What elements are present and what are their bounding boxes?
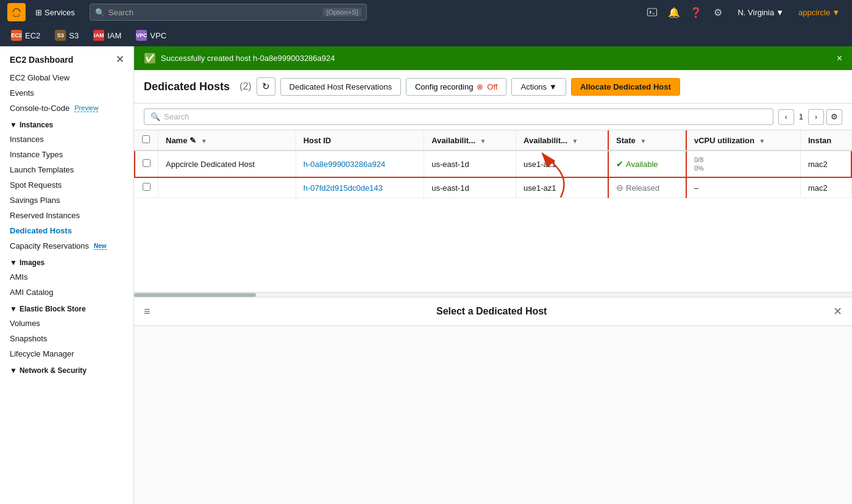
global-search[interactable]: 🔍 Search [Option+S] <box>90 4 367 21</box>
host-id-link-1[interactable]: h-0a8e999003286a924 <box>304 160 385 169</box>
table-container: Dedicated Hosts (2) ↻ Dedicated Host Res… <box>134 70 852 297</box>
row-az-2: us-east-1d <box>424 177 516 198</box>
success-message: Successfully created host h-0a8e99900328… <box>161 54 335 63</box>
table-title: Dedicated Hosts <box>144 80 230 93</box>
actions-button[interactable]: Actions ▼ <box>511 78 566 96</box>
row-az-id-1: use1-az1 <box>516 151 609 177</box>
banner-close-button[interactable]: × <box>837 53 842 64</box>
tab-s3[interactable]: S3 S3 <box>49 27 85 44</box>
row-checkbox-2[interactable] <box>143 183 151 191</box>
sidebar-item-dedicated-hosts[interactable]: Dedicated Hosts <box>0 223 133 238</box>
main-content: ✅ Successfully created host h-0a8e999003… <box>134 46 852 504</box>
panel-controls: ✕ <box>833 305 842 318</box>
panel-close-button[interactable]: ✕ <box>833 305 842 318</box>
sidebar-item-launch-templates[interactable]: Launch Templates <box>0 162 133 177</box>
bottom-panel-content <box>134 326 852 504</box>
allocate-host-button[interactable]: Allocate Dedicated Host <box>571 78 680 96</box>
sidebar-item-volumes[interactable]: Volumes <box>0 316 133 331</box>
top-navigation: ⊞ Services 🔍 Search [Option+S] 🔔 ❓ ⚙ N. … <box>0 0 852 24</box>
column-header-az[interactable]: Availabilit... ▼ <box>424 130 516 151</box>
sidebar-section-images[interactable]: ▼ Images <box>0 254 133 269</box>
tab-iam[interactable]: IAM IAM <box>87 27 127 44</box>
tab-ec2[interactable]: EC2 EC2 <box>5 27 46 44</box>
sidebar-item-spot-requests[interactable]: Spot Requests <box>0 177 133 193</box>
row-select-2[interactable] <box>135 177 158 198</box>
status-available: ✔ Available <box>616 159 678 169</box>
section-caret-images: ▼ <box>10 258 17 267</box>
sidebar-item-amis[interactable]: AMIs <box>0 269 133 285</box>
region-selector[interactable]: N. Virginia ▼ <box>733 5 789 20</box>
row-vcpu-2: – <box>686 177 800 198</box>
config-recording-button[interactable]: Config recording ⊗ Off <box>406 78 507 96</box>
account-menu[interactable]: appcircle ▼ <box>793 5 845 20</box>
released-icon: ⊖ <box>616 183 623 193</box>
s3-tab-icon: S3 <box>55 30 66 41</box>
row-az-id-2: use1-az1 <box>516 177 609 198</box>
table-row[interactable]: Appcircle Dedicated Host h-0a8e999003286… <box>135 151 851 177</box>
config-off-icon: ⊗ <box>477 82 483 91</box>
sidebar-item-reserved-instances[interactable]: Reserved Instances <box>0 208 133 223</box>
row-checkbox-1[interactable] <box>143 159 151 167</box>
row-select-1[interactable] <box>135 151 158 177</box>
sidebar-header: EC2 Dashboard ✕ <box>0 46 133 70</box>
aws-logo[interactable] <box>7 3 26 21</box>
table-toolbar: Dedicated Hosts (2) ↻ Dedicated Host Res… <box>134 70 852 104</box>
sidebar-section-ebs[interactable]: ▼ Elastic Block Store <box>0 300 133 316</box>
select-all-header[interactable] <box>135 130 158 151</box>
column-header-vcpu[interactable]: vCPU utilization ▼ <box>686 130 800 151</box>
select-all-checkbox[interactable] <box>142 135 150 143</box>
search-icon-table: 🔍 <box>151 112 160 121</box>
scrollbar-thumb[interactable] <box>134 293 256 297</box>
bottom-panel-header: ≡ Select a Dedicated Host ✕ <box>134 297 852 326</box>
sidebar-item-lifecycle-manager[interactable]: Lifecycle Manager <box>0 346 133 361</box>
host-id-link-2[interactable]: h-07fd2d915dc0de143 <box>304 183 383 193</box>
sidebar-item-ec2-global-view[interactable]: EC2 Global View <box>0 70 133 85</box>
row-host-id-1[interactable]: h-0a8e999003286a924 <box>296 151 424 177</box>
page-number: 1 <box>797 112 806 121</box>
help-icon[interactable]: ❓ <box>686 2 706 22</box>
sidebar-section-network[interactable]: ▼ Network & Security <box>0 361 133 377</box>
sidebar-item-console-to-code[interactable]: Console-to-Code Preview <box>0 101 133 116</box>
bottom-panel-title: Select a Dedicated Host <box>436 306 547 317</box>
prev-page-button[interactable]: ‹ <box>778 109 794 125</box>
table-settings-button[interactable]: ⚙ <box>826 109 842 125</box>
sidebar-item-capacity-reservations[interactable]: Capacity Reservations New <box>0 238 133 254</box>
settings-icon[interactable]: ⚙ <box>708 2 728 22</box>
column-header-host-id[interactable]: Host ID <box>296 130 424 151</box>
cloudshell-nav-icon[interactable] <box>642 2 662 22</box>
sidebar-item-instance-types[interactable]: Instance Types <box>0 147 133 162</box>
tab-vpc[interactable]: VPC VPC <box>130 27 172 44</box>
sidebar-section-instances[interactable]: ▼ Instances <box>0 116 133 132</box>
section-caret-ebs: ▼ <box>10 305 17 313</box>
table-row[interactable]: h-07fd2d915dc0de143 us-east-1d use1-az1 … <box>135 177 851 198</box>
sidebar-item-snapshots[interactable]: Snapshots <box>0 331 133 346</box>
available-icon: ✔ <box>616 159 623 169</box>
section-caret-instances: ▼ <box>10 121 17 129</box>
sidebar-item-ami-catalog[interactable]: AMI Catalog <box>0 285 133 300</box>
drag-handle[interactable]: ≡ <box>144 305 151 318</box>
section-caret-network: ▼ <box>10 366 17 375</box>
column-header-state[interactable]: State ▼ <box>608 130 686 151</box>
row-host-id-2[interactable]: h-07fd2d915dc0de143 <box>296 177 424 198</box>
main-layout: EC2 Dashboard ✕ EC2 Global View Events C… <box>0 46 852 504</box>
notifications-icon[interactable]: 🔔 <box>664 2 684 22</box>
column-header-name[interactable]: Name ✎ ▼ <box>158 130 296 151</box>
horizontal-scrollbar[interactable] <box>134 292 852 297</box>
table-search-input[interactable]: 🔍 Search <box>144 108 773 125</box>
table-scroll[interactable]: Name ✎ ▼ Host ID Availabilit... ▼ Availa… <box>134 130 852 292</box>
success-banner: ✅ Successfully created host h-0a8e999003… <box>134 46 852 70</box>
sidebar-item-events[interactable]: Events <box>0 85 133 101</box>
reservations-button[interactable]: Dedicated Host Reservations <box>280 78 401 96</box>
pagination: ‹ 1 › ⚙ <box>778 109 842 125</box>
next-page-button[interactable]: › <box>808 109 824 125</box>
new-badge: New <box>94 243 107 250</box>
row-name-1: Appcircle Dedicated Host <box>158 151 296 177</box>
svg-rect-0 <box>648 9 657 16</box>
services-menu[interactable]: ⊞ Services <box>30 5 80 20</box>
sidebar-item-instances[interactable]: Instances <box>0 132 133 147</box>
sidebar-close-button[interactable]: ✕ <box>116 54 124 65</box>
column-header-instance-type[interactable]: Instan <box>800 130 851 151</box>
sidebar-item-savings-plans[interactable]: Savings Plans <box>0 193 133 208</box>
refresh-button[interactable]: ↻ <box>257 77 275 96</box>
column-header-az-id[interactable]: Availabilit... ▼ <box>516 130 609 151</box>
